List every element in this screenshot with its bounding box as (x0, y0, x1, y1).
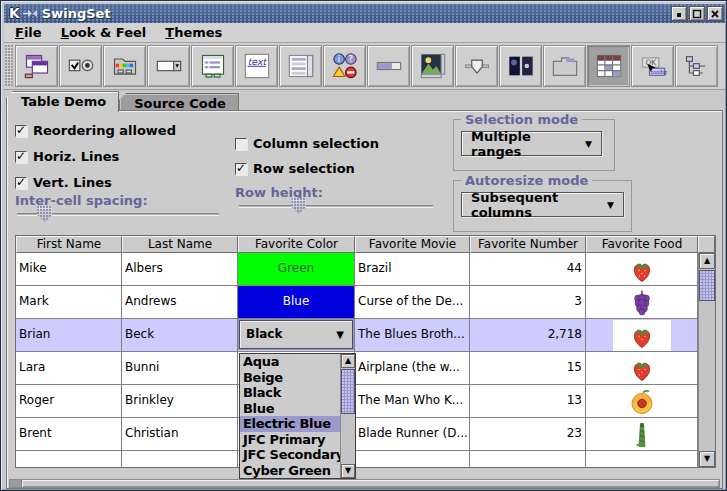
slider-thumb[interactable] (37, 206, 52, 222)
color-option-black[interactable]: Black (240, 385, 340, 401)
color-option-cyber-green[interactable]: Cyber Green (240, 463, 340, 479)
tab-table-demo[interactable]: Table Demo (6, 91, 119, 112)
tab-source-code[interactable]: Source Code (119, 93, 239, 111)
cell-favorite-food[interactable] (586, 286, 698, 319)
cell-favorite-food[interactable] (586, 418, 698, 451)
cell-favorite-movie[interactable]: Curse of the De... (355, 286, 470, 319)
toolbar-button-tool-tips[interactable]: OKtooltip (631, 45, 674, 87)
checkbox-horiz-lines[interactable]: ✓ Horiz. Lines (15, 149, 119, 164)
toolbar-button-buttons[interactable] (59, 45, 102, 87)
cell-favorite-color[interactable]: Blue (238, 286, 355, 319)
cell-favorite-movie[interactable]: The Man Who K... (355, 385, 470, 418)
column-header-first-name[interactable]: First Name (16, 236, 122, 253)
color-option-jfc-secondary[interactable]: JFC Secondary (240, 447, 340, 463)
cell-favorite-food[interactable] (586, 385, 698, 418)
menu-themes[interactable]: Themes (157, 25, 230, 40)
dropdown-scrollbar[interactable]: ▲ ▼ (340, 354, 355, 478)
toolbar-button-split-pane[interactable] (499, 45, 542, 87)
cell-favorite-food[interactable] (586, 319, 698, 352)
checkbox-reordering-allowed[interactable]: ✓ Reordering allowed (15, 123, 176, 138)
horizontal-scrollbar-thumb[interactable] (22, 480, 719, 487)
cell-favorite-number[interactable]: 2,718 (470, 319, 586, 352)
cell-last-name[interactable]: Brinkley (122, 385, 238, 418)
cell-first-name[interactable]: Mike (16, 253, 122, 286)
cell-favorite-number[interactable]: 3 (470, 286, 586, 319)
maximize-button[interactable] (689, 6, 705, 21)
toolbar-grip[interactable] (5, 45, 14, 87)
toolbar-button-scroll-pane[interactable] (411, 45, 454, 87)
toolbar-button-combo-box[interactable] (147, 45, 190, 87)
column-header-favorite-number[interactable]: Favorite Number (470, 236, 586, 253)
menu-file[interactable]: File (7, 25, 50, 40)
scroll-down-button[interactable]: ▼ (699, 451, 715, 467)
table-row-selected[interactable]: Brian Beck Black ▼ The Blues Broth... 2,… (16, 319, 715, 352)
cell-favorite-movie[interactable]: Brazil (355, 253, 470, 286)
cell-first-name[interactable]: Lara (16, 352, 122, 385)
title-bar[interactable]: K SwingSet (4, 4, 725, 23)
toolbar-button-slider[interactable] (455, 45, 498, 87)
checkbox-row-selection[interactable]: ✓ Row selection (235, 161, 355, 176)
toolbar-button-internal-frames[interactable] (15, 45, 58, 87)
cell-last-name[interactable]: Albers (122, 253, 238, 286)
toolbar-button-tabbed-pane[interactable] (543, 45, 586, 87)
table-row[interactable]: Brent Christian Blade Runner (D... 23 (16, 418, 715, 451)
cell-favorite-number[interactable]: 23 (470, 418, 586, 451)
toolbar-button-list[interactable] (191, 45, 234, 87)
vertical-scrollbar-thumb[interactable] (699, 270, 715, 301)
cell-favorite-movie[interactable]: Blade Runner (D... (355, 418, 470, 451)
cell-first-name[interactable]: Brent (16, 418, 122, 451)
cell-favorite-food[interactable] (586, 253, 698, 286)
inter-cell-spacing-slider[interactable] (17, 205, 219, 223)
cell-favorite-number[interactable]: 44 (470, 253, 586, 286)
column-header-last-name[interactable]: Last Name (122, 236, 238, 253)
table-row[interactable]: Lara Bunni Airplane (the w... 15 (16, 352, 715, 385)
cell-favorite-number[interactable]: 13 (470, 385, 586, 418)
cell-last-name[interactable]: Bunni (122, 352, 238, 385)
close-button[interactable] (707, 6, 723, 21)
color-editor-combobox[interactable]: Black ▼ (239, 320, 353, 349)
cell-last-name[interactable]: Andrews (122, 286, 238, 319)
color-option-aqua[interactable]: Aqua (240, 354, 340, 370)
row-height-slider[interactable] (239, 197, 433, 215)
toolbar-button-color-chooser[interactable] (103, 45, 146, 87)
cell-first-name[interactable]: Mark (16, 286, 122, 319)
table-vertical-scrollbar[interactable]: ▲ ▼ (698, 253, 715, 467)
dropdown-scrollbar-thumb[interactable] (341, 369, 355, 414)
cell-favorite-color[interactable]: Green (238, 253, 355, 286)
cell-favorite-number[interactable]: 15 (470, 352, 586, 385)
toolbar-button-scroll-list[interactable] (279, 45, 322, 87)
color-option-jfc-primary[interactable]: JFC Primary (240, 432, 340, 448)
cell-last-name[interactable]: Beck (122, 319, 238, 352)
cell-favorite-movie[interactable]: Airplane (the w... (355, 352, 470, 385)
table-row[interactable]: Roger Brinkley The Man Who K... 13 (16, 385, 715, 418)
cell-first-name[interactable]: Roger (16, 385, 122, 418)
toolbar-button-progress-bar[interactable] (367, 45, 410, 87)
cell-last-name[interactable]: Christian (122, 418, 238, 451)
table-row[interactable]: Mark Andrews Blue Curse of the De... 3 (16, 286, 715, 319)
toolbar-button-text-fields[interactable]: text (235, 45, 278, 87)
toolbar-button-dialogs[interactable]: i? (323, 45, 366, 87)
table-horizontal-scrollbar[interactable] (9, 479, 720, 488)
autoresize-mode-combobox[interactable]: Subsequent columns ▼ (461, 192, 624, 217)
column-header-favorite-color[interactable]: Favorite Color (238, 236, 355, 253)
scroll-up-button[interactable]: ▲ (699, 253, 715, 269)
menu-look-and-feel[interactable]: Look & Feel (53, 25, 155, 40)
scroll-down-button[interactable]: ▼ (341, 464, 355, 478)
selection-mode-combobox[interactable]: Multiple ranges ▼ (461, 131, 602, 156)
cell-favorite-movie[interactable]: The Blues Broth... (355, 319, 470, 352)
cell-favorite-food[interactable] (586, 352, 698, 385)
checkbox-column-selection[interactable]: Column selection (235, 136, 379, 151)
checkbox-vert-lines[interactable]: ✓ Vert. Lines (15, 175, 112, 190)
slider-thumb[interactable] (291, 198, 306, 214)
color-option-electric-blue[interactable]: Electric Blue (240, 416, 340, 432)
color-option-beige[interactable]: Beige (240, 370, 340, 386)
toolbar-button-table[interactable] (587, 45, 630, 87)
column-header-favorite-movie[interactable]: Favorite Movie (355, 236, 470, 253)
scroll-up-button[interactable]: ▲ (341, 354, 355, 368)
cell-first-name[interactable]: Brian (16, 319, 122, 352)
toolbar-button-tree[interactable] (675, 45, 718, 87)
horizontal-scrollbar-track-start[interactable] (10, 480, 22, 487)
color-option-blue[interactable]: Blue (240, 401, 340, 417)
column-header-favorite-food[interactable]: Favorite Food (586, 236, 698, 253)
table-row[interactable]: Mike Albers Green Brazil 44 (16, 253, 715, 286)
